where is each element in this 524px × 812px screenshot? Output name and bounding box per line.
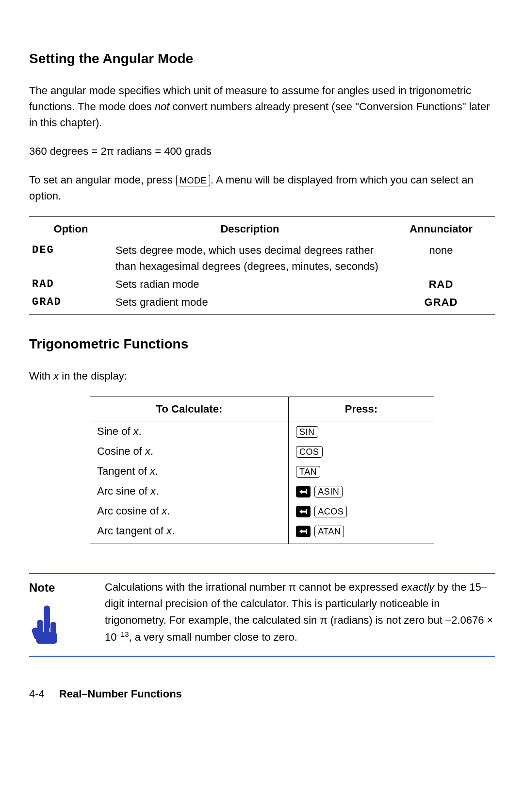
acos-key: ACOS [314, 506, 347, 517]
option-cell: RAD [29, 275, 113, 293]
th-press: Press: [289, 397, 434, 421]
table-row: Sine of x.SIN [90, 421, 434, 442]
shift-key-icon [296, 506, 311, 517]
calc-cell: Arc sine of x. [90, 481, 289, 501]
table-row: Tangent of x.TAN [90, 461, 434, 481]
para-howto: To set an angular mode, press MODE. A me… [29, 172, 495, 204]
cos-key: COS [296, 446, 323, 458]
svg-rect-5 [36, 632, 57, 644]
table-row: DEGSets degree mode, which uses decimal … [29, 241, 495, 276]
note-box: Note Calculations with the irrational nu… [29, 573, 495, 657]
calc-cell: Tangent of x. [90, 461, 289, 481]
table-row: RADSets radian modeRAD [29, 275, 495, 293]
option-cell: GRAD [29, 293, 113, 315]
atan-key: ATAN [314, 526, 344, 537]
description-cell: Sets degree mode, which uses decimal deg… [113, 241, 387, 276]
mode-key: MODE [176, 175, 210, 186]
th-annunciator: Annunciator [387, 217, 495, 241]
shift-key-icon [296, 526, 311, 537]
trig-table: To Calculate: Press: Sine of x.SINCosine… [90, 397, 434, 544]
sin-key: SIN [296, 426, 318, 438]
svg-rect-3 [44, 606, 49, 630]
page-number: 4-4 [29, 686, 45, 702]
para-intro: The angular mode specifies which unit of… [29, 83, 495, 131]
note-text: Calculations with the irrational number … [105, 579, 495, 649]
calc-cell: Arc cosine of x. [90, 501, 289, 521]
annunciator-cell: RAD [387, 275, 495, 293]
tan-key: TAN [296, 466, 320, 478]
calc-cell: Arc tangent of x. [90, 521, 289, 544]
option-cell: DEG [29, 241, 113, 276]
section-heading-trig: Trigonometric Functions [29, 334, 495, 354]
table-row: Arc cosine of x. ACOS [90, 501, 434, 521]
asin-key: ASIN [314, 486, 343, 497]
page-footer: 4-4 Real–Number Functions [29, 686, 495, 702]
para-equivalence: 360 degrees = 2π radians = 400 grads [29, 143, 495, 159]
calc-cell: Cosine of x. [90, 441, 289, 461]
table-row: Arc sine of x. ASIN [90, 481, 434, 501]
description-cell: Sets gradient mode [113, 293, 387, 315]
calc-cell: Sine of x. [90, 421, 289, 442]
shift-key-icon [296, 486, 311, 497]
modes-table: Option Description Annunciator DEGSets d… [29, 216, 495, 315]
chapter-name: Real–Number Functions [59, 686, 182, 702]
note-label: Note [29, 579, 92, 597]
th-to-calculate: To Calculate: [90, 397, 289, 421]
table-row: Arc tangent of x. ATAN [90, 521, 434, 544]
description-cell: Sets radian mode [113, 275, 387, 293]
table-row: GRADSets gradient modeGRAD [29, 293, 495, 315]
table-row: Cosine of x.COS [90, 441, 434, 461]
press-cell: ATAN [289, 521, 434, 544]
para-with-x: With x in the display: [29, 368, 495, 384]
press-cell: ASIN [289, 481, 434, 501]
press-cell: ACOS [289, 501, 434, 521]
annunciator-cell: none [387, 241, 495, 276]
th-option: Option [29, 217, 113, 241]
th-description: Description [113, 217, 387, 241]
press-cell: SIN [289, 421, 434, 442]
annunciator-cell: GRAD [387, 293, 495, 315]
section-heading-angular: Setting the Angular Mode [29, 49, 495, 69]
pointing-hand-icon [29, 603, 63, 645]
press-cell: COS [289, 441, 434, 461]
press-cell: TAN [289, 461, 434, 481]
